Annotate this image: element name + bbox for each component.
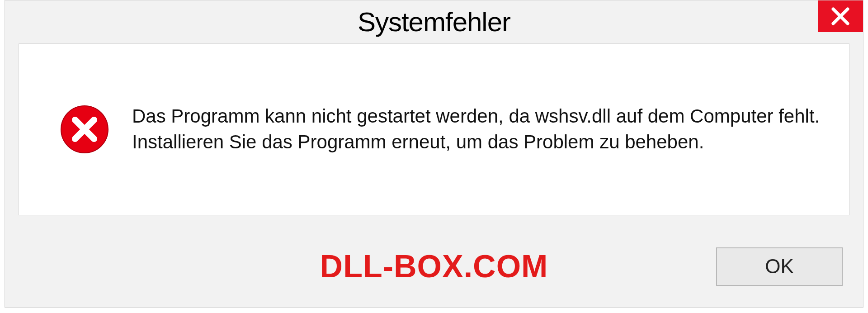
error-icon: [60, 104, 109, 154]
ok-button[interactable]: OK: [716, 247, 843, 286]
titlebar: Systemfehler: [5, 0, 863, 43]
close-button[interactable]: [818, 0, 863, 32]
error-dialog: Systemfehler Das Programm kann nicht ges…: [5, 0, 863, 308]
dialog-title: Systemfehler: [358, 6, 510, 38]
dialog-footer: DLL-BOX.COM OK: [5, 226, 863, 307]
ok-button-label: OK: [765, 255, 794, 278]
close-icon: [830, 6, 850, 26]
watermark-text: DLL-BOX.COM: [320, 248, 548, 285]
error-message: Das Programm kann nicht gestartet werden…: [132, 104, 826, 155]
message-panel: Das Programm kann nicht gestartet werden…: [19, 43, 849, 215]
